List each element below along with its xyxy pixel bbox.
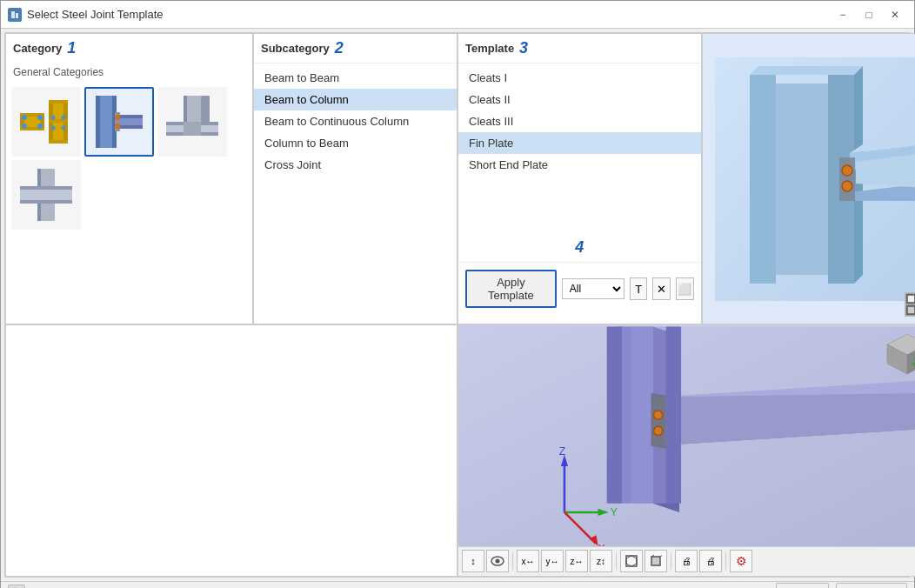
svg-point-18: [51, 116, 56, 120]
search-button[interactable]: 🔍: [8, 585, 25, 588]
svg-point-68: [654, 411, 663, 419]
cancel-button[interactable]: Cancel: [836, 583, 907, 588]
svg-marker-46: [776, 84, 828, 275]
main-area: Category 1 General Categories: [4, 32, 911, 578]
step-2: 2: [335, 39, 344, 57]
ok-button[interactable]: OK: [776, 583, 829, 588]
svg-point-10: [37, 115, 43, 120]
window-title: Select Steel Joint Template: [27, 8, 825, 21]
svg-rect-17: [49, 140, 68, 144]
filter-text-btn[interactable]: T: [630, 277, 648, 300]
bottom-left-panel: [5, 324, 458, 577]
subcat-beam-to-column[interactable]: Beam to Column: [254, 89, 457, 110]
svg-rect-16: [49, 119, 68, 123]
svg-point-30: [115, 124, 120, 129]
toolbar-sep-2: [616, 552, 617, 570]
svg-rect-37: [184, 122, 201, 136]
svg-point-21: [62, 126, 66, 130]
filter-clear-btn[interactable]: ✕: [652, 277, 671, 300]
subcat-cross-joint[interactable]: Cross Joint: [254, 154, 457, 176]
template-cleats-ii[interactable]: Cleats II: [458, 89, 701, 110]
svg-point-55: [842, 181, 852, 191]
view-z2-btn[interactable]: z↕: [590, 550, 612, 572]
subcategory-list: Beam to Beam Beam to Column Beam to Cont…: [254, 63, 457, 179]
view-y-btn[interactable]: y↔: [541, 550, 564, 572]
category-item-3[interactable]: [157, 87, 227, 157]
template-fin-plate[interactable]: Fin Plate: [458, 132, 701, 154]
category-panel: Category 1 General Categories: [5, 33, 253, 324]
template-bottom-bar: Apply Template All Used Unused T ✕ ⬜: [458, 262, 701, 315]
view-orient-btn[interactable]: ↕: [462, 550, 484, 572]
apply-template-button[interactable]: Apply Template: [465, 270, 557, 308]
svg-rect-90: [651, 557, 660, 565]
svg-rect-56: [906, 295, 915, 304]
svg-marker-67: [651, 393, 666, 449]
svg-text:Y: Y: [611, 506, 618, 518]
view-options-button[interactable]: [905, 292, 915, 317]
template-cleats-iii[interactable]: Cleats III: [458, 110, 701, 132]
svg-rect-2: [16, 13, 18, 18]
svg-marker-47: [750, 66, 863, 75]
svg-marker-44: [750, 75, 776, 284]
svg-line-92: [660, 555, 662, 557]
preview-panel-top: [702, 33, 915, 324]
svg-point-20: [51, 126, 56, 130]
svg-point-8: [22, 115, 27, 120]
preview-3d-image: [715, 57, 915, 301]
print-btn[interactable]: 🖨: [675, 550, 698, 572]
subcat-beam-to-beam[interactable]: Beam to Beam: [254, 67, 457, 89]
category-header: Category: [13, 42, 62, 55]
toolbar-sep-4: [725, 552, 726, 570]
view-box1-btn[interactable]: [620, 550, 643, 572]
general-categories-label: General Categories: [6, 63, 252, 82]
print2-btn[interactable]: 🖨: [699, 550, 722, 572]
svg-rect-58: [906, 306, 915, 315]
svg-point-87: [496, 559, 500, 564]
template-short-end-plate[interactable]: Short End Plate: [458, 154, 701, 176]
svg-point-19: [62, 116, 66, 120]
svg-rect-23: [96, 96, 100, 148]
app-icon: [8, 8, 22, 22]
subcategory-panel: Subcategory 2 Beam to Beam Beam to Colum…: [253, 33, 458, 324]
filter-select[interactable]: All Used Unused: [562, 278, 624, 299]
category-item-2[interactable]: [84, 87, 154, 157]
svg-rect-60: [458, 326, 915, 574]
viewport-panel: Z Y X: [458, 324, 915, 577]
view-box2-btn[interactable]: [645, 550, 667, 572]
dialog-buttons: OK Cancel: [776, 583, 907, 588]
category-item-4[interactable]: [11, 160, 81, 230]
svg-rect-32: [184, 96, 187, 122]
template-cleats-i[interactable]: Cleats I: [458, 67, 701, 89]
maximize-button[interactable]: □: [857, 5, 881, 24]
nav-cube[interactable]: [885, 332, 915, 376]
svg-marker-71: [666, 326, 681, 503]
filter-copy-btn[interactable]: ⬜: [676, 277, 694, 300]
viewport-3d-svg: Z Y X: [458, 325, 915, 576]
svg-rect-42: [20, 200, 72, 204]
toolbar-sep-1: [512, 552, 513, 570]
bottom-toolbar: ↕ x↔ y↔ z↔ z↕: [458, 546, 915, 576]
close-button[interactable]: ✕: [883, 5, 907, 24]
svg-point-54: [842, 165, 852, 176]
template-header: Template: [465, 42, 514, 55]
template-panel: Template 3 Cleats I Cleats II Cleats III…: [458, 33, 702, 324]
category-item-1[interactable]: [11, 87, 81, 157]
svg-text:Z: Z: [559, 445, 566, 458]
minimize-button[interactable]: −: [831, 5, 855, 24]
subcat-beam-to-continuous-column[interactable]: Beam to Continuous Column: [254, 110, 457, 132]
subcat-column-to-beam[interactable]: Column to Beam: [254, 132, 457, 154]
view-eye-btn[interactable]: [486, 550, 509, 572]
svg-marker-89: [626, 556, 637, 566]
subcategory-header: Subcategory: [261, 42, 330, 55]
svg-point-69: [654, 426, 663, 435]
view-x-btn[interactable]: x↔: [517, 550, 539, 572]
svg-marker-70: [607, 326, 622, 503]
svg-point-9: [22, 124, 27, 129]
svg-rect-53: [839, 157, 855, 201]
view-z-btn[interactable]: z↔: [565, 550, 588, 572]
template-list: Cleats I Cleats II Cleats III Fin Plate …: [458, 63, 701, 238]
settings-btn[interactable]: ⚙: [730, 550, 752, 572]
main-window: Select Steel Joint Template − □ ✕ Catego…: [0, 0, 915, 588]
title-bar: Select Steel Joint Template − □ ✕: [1, 1, 914, 29]
svg-rect-41: [20, 186, 72, 190]
